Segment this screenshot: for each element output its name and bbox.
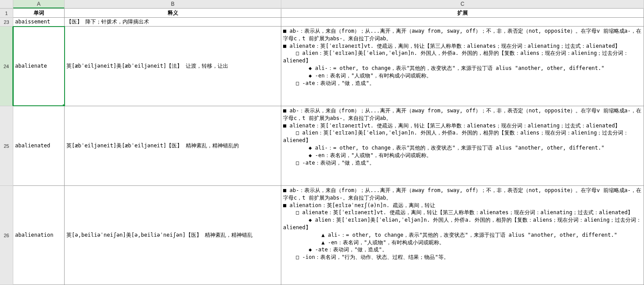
cell-a24[interactable]: abalienate <box>13 27 65 106</box>
cell-b25[interactable]: 英[æbˈeiljəneit]美[æbˈeiljəneit]【医】 精神紊乱，精… <box>65 106 281 185</box>
cell-b23[interactable]: 【医】 降下；针拨术，内障摘出术 <box>65 18 281 26</box>
corner-cell[interactable] <box>0 0 13 8</box>
cell-c23[interactable] <box>281 18 644 26</box>
row-headers: 1 23 24 25 26 <box>0 9 13 285</box>
cell-c1[interactable]: 扩展 <box>281 9 644 17</box>
col-header-c[interactable]: C <box>281 0 644 8</box>
table-row: abalienation 英[ə,beiliəˈneiʃən]美[ə,beili… <box>13 186 644 285</box>
cell-c24[interactable]: ■ ab-：表示从，来自（from）；从...离开，离开（away from, … <box>281 27 644 106</box>
row-header-23[interactable]: 23 <box>0 18 13 27</box>
cell-a25[interactable]: abalienated <box>13 106 65 185</box>
cell-a23[interactable]: abaissement <box>13 18 65 26</box>
table-row: abalienated 英[æbˈeiljəneit]美[æbˈeiljənei… <box>13 106 644 186</box>
cell-a1[interactable]: 单词 <box>13 9 65 17</box>
grid: 单词 释义 扩展 abaissement 【医】 降下；针拨术，内障摘出术 ab… <box>13 9 644 285</box>
cell-b1[interactable]: 释义 <box>65 9 281 17</box>
row-header-24[interactable]: 24 <box>0 27 13 106</box>
cell-c25[interactable]: ■ ab-：表示从，来自（from）；从...离开，离开（away from, … <box>281 106 644 185</box>
cell-a26[interactable]: abalienation <box>13 186 65 285</box>
cell-b24[interactable]: 英[æbˈeiljəneit]美[æbˈeiljəneit]【法】 让渡，转移，… <box>65 27 281 106</box>
row-header-25[interactable]: 25 <box>0 106 13 186</box>
cell-b26[interactable]: 英[ə,beiliəˈneiʃən]美[ə,beiliəˈneiʃən]【医】 … <box>65 186 281 285</box>
table-row: abalienate 英[æbˈeiljəneit]美[æbˈeiljəneit… <box>13 27 644 106</box>
col-header-a[interactable]: A <box>13 0 65 8</box>
row-header-1[interactable]: 1 <box>0 9 13 18</box>
row-header-26[interactable]: 26 <box>0 186 13 285</box>
cell-c26[interactable]: ■ ab-：表示从，来自（from）；从...离开，离开（away from, … <box>281 186 644 285</box>
spreadsheet: A B C 1 23 24 25 26 单词 释义 扩展 abaissement… <box>0 0 644 285</box>
table-row: abaissement 【医】 降下；针拨术，内障摘出术 <box>13 18 644 27</box>
column-headers: A B C <box>0 0 644 9</box>
header-row: 单词 释义 扩展 <box>13 9 644 18</box>
col-header-b[interactable]: B <box>65 0 281 8</box>
